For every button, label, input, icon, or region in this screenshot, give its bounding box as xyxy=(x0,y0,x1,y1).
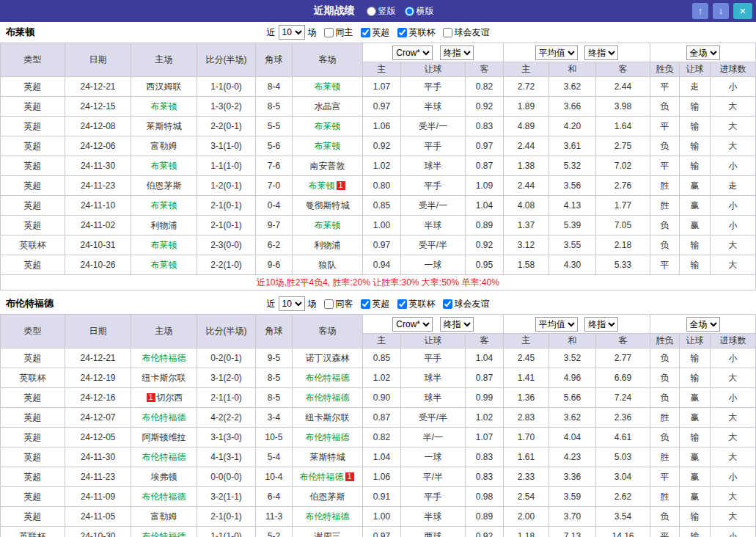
team-name: 布伦特福德 xyxy=(306,392,350,403)
handicap-cell: 半球 xyxy=(401,507,466,527)
epl-checkbox[interactable] xyxy=(361,28,370,37)
eflcup-checkbox[interactable] xyxy=(397,299,407,309)
goals-cell: 大 xyxy=(711,136,756,156)
home-team-cell: 布伦特福德 xyxy=(131,527,197,537)
league-filter-eflcup[interactable]: 英联杯 xyxy=(397,26,436,39)
goals-cell: 小 xyxy=(711,467,756,487)
horizontal-radio[interactable] xyxy=(405,7,414,16)
odds-home-cell: 1.02 xyxy=(363,156,401,176)
date-cell: 24-11-05 xyxy=(65,507,131,527)
league-filter-epl[interactable]: 英超 xyxy=(361,298,390,310)
odds-source-select[interactable]: Crow* xyxy=(392,317,433,332)
match-count-select[interactable]: 10 xyxy=(279,296,305,311)
same-venue-filter[interactable]: 同客 xyxy=(324,298,353,310)
layout-radio-horizontal[interactable]: 横版 xyxy=(405,5,434,18)
vertical-radio[interactable] xyxy=(367,7,376,16)
match-row: 英超24-12-21西汉姆联1-1(0-0)8-4布莱顿1.07平手0.822.… xyxy=(1,77,756,97)
odds-stage-select[interactable]: 终指 xyxy=(440,317,474,332)
avg-draw-cell: 3.56 xyxy=(549,176,596,196)
home-team-cell: 富勒姆 xyxy=(131,136,197,156)
score-cell: 1-2(0-1) xyxy=(197,176,256,196)
away-team-cell: 莱斯特城 xyxy=(293,448,363,467)
goals-cell: 小 xyxy=(711,348,756,368)
score-cell: 4-1(3-1) xyxy=(197,448,256,467)
avg-draw-cell: 3.61 xyxy=(549,136,596,156)
type-cell: 英超 xyxy=(1,77,65,97)
date-cell: 24-12-16 xyxy=(65,388,131,408)
eflcup-checkbox[interactable] xyxy=(397,28,407,37)
away-team-cell: 布伦特福德 xyxy=(293,368,363,388)
league-filter-friendly[interactable]: 球会友谊 xyxy=(443,298,490,310)
avg-home-cell: 2.72 xyxy=(504,77,549,97)
friendly-checkbox[interactable] xyxy=(443,299,452,309)
score-cell: 4-2(2-2) xyxy=(197,408,256,428)
team-name: 阿斯顿维拉 xyxy=(142,432,186,442)
handicap-result-cell: 输 xyxy=(680,527,711,537)
result-cell: 负 xyxy=(650,97,680,117)
handicap-cell: 一球 xyxy=(401,448,466,467)
odds-home-cell: 0.94 xyxy=(363,255,401,275)
odds-home-cell: 1.04 xyxy=(363,448,401,467)
odds-source-select[interactable]: Crow* xyxy=(392,45,433,60)
match-row: 英超24-11-30布莱顿1-1(1-0)7-6南安普敦1.02球半0.871.… xyxy=(1,156,756,176)
team-name: 富勒姆 xyxy=(151,141,177,151)
same-venue-filter[interactable]: 同主 xyxy=(324,26,353,39)
handicap-result-cell: 输 xyxy=(680,368,711,388)
type-cell: 英联杯 xyxy=(1,235,65,255)
score-cell: 3-1(3-0) xyxy=(197,428,256,448)
match-count-select[interactable]: 10 xyxy=(279,25,305,40)
type-cell: 英超 xyxy=(1,408,65,428)
col-odds-home: 主 xyxy=(363,334,401,348)
scope-select[interactable]: 全场 xyxy=(686,317,720,332)
move-down-button[interactable]: ↓ xyxy=(713,3,729,19)
team-name: 埃弗顿 xyxy=(151,472,177,482)
team-name: 利物浦 xyxy=(315,240,341,250)
close-button[interactable]: × xyxy=(733,3,752,19)
handicap-result-cell: 输 xyxy=(680,348,711,368)
odds-home-cell: 0.97 xyxy=(363,527,401,537)
score-cell: 0-0(0-0) xyxy=(197,467,256,487)
avg-type-select[interactable]: 平均值 xyxy=(535,317,578,332)
scope-select[interactable]: 全场 xyxy=(686,45,720,60)
col-avg-away: 客 xyxy=(596,334,650,348)
avg-stage-select[interactable]: 终指 xyxy=(584,317,618,332)
page-title: 近期战绩 xyxy=(314,4,355,18)
handicap-cell: 半球 xyxy=(401,216,466,235)
eflcup-label: 英联杯 xyxy=(409,26,436,39)
avg-stage-select[interactable]: 终指 xyxy=(584,45,618,60)
match-row: 英超24-11-02利物浦2-1(0-1)9-7布莱顿1.00半球0.891.3… xyxy=(1,216,756,235)
corners-cell: 9-5 xyxy=(256,348,293,368)
avg-type-select[interactable]: 平均值 xyxy=(535,45,578,60)
away-team-cell: 布莱顿1 xyxy=(293,176,363,196)
match-row: 英超24-12-15布莱顿1-3(0-2)8-5水晶宫0.97半球0.921.8… xyxy=(1,97,756,117)
corners-cell: 7-6 xyxy=(256,156,293,176)
handicap-cell: 平手 xyxy=(401,77,466,97)
odds-stage-select[interactable]: 终指 xyxy=(440,45,474,60)
col-type: 类型 xyxy=(1,43,65,77)
epl-checkbox[interactable] xyxy=(361,299,370,309)
layout-radio-vertical[interactable]: 竖版 xyxy=(367,5,396,18)
away-team-cell: 布莱顿 xyxy=(293,77,363,97)
same-venue-checkbox[interactable] xyxy=(324,28,334,37)
league-filter-eflcup[interactable]: 英联杯 xyxy=(397,298,436,310)
home-team-cell: 布伦特福德 xyxy=(131,348,197,368)
same-venue-checkbox[interactable] xyxy=(324,299,334,309)
same-venue-label: 同客 xyxy=(336,298,353,310)
odds-home-cell: 0.90 xyxy=(363,388,401,408)
avg-away-cell: 5.33 xyxy=(596,255,650,275)
league-filter-friendly[interactable]: 球会友谊 xyxy=(443,26,490,39)
friendly-label: 球会友谊 xyxy=(455,298,490,310)
league-filter-epl[interactable]: 英超 xyxy=(361,26,390,39)
handicap-result-cell: 输 xyxy=(680,97,711,117)
avg-home-cell: 1.37 xyxy=(504,216,549,235)
odds-away-cell: 0.87 xyxy=(466,156,504,176)
friendly-checkbox[interactable] xyxy=(443,28,452,37)
handicap-cell: 受半/一 xyxy=(401,117,466,136)
odds-home-cell: 1.00 xyxy=(363,216,401,235)
avg-draw-cell: 3.70 xyxy=(549,507,596,527)
date-cell: 24-11-30 xyxy=(65,156,131,176)
avg-home-cell: 2.44 xyxy=(504,176,549,196)
result-cell: 负 xyxy=(650,235,680,255)
move-up-button[interactable]: ↑ xyxy=(692,3,708,19)
col-result: 胜负 xyxy=(650,62,680,77)
